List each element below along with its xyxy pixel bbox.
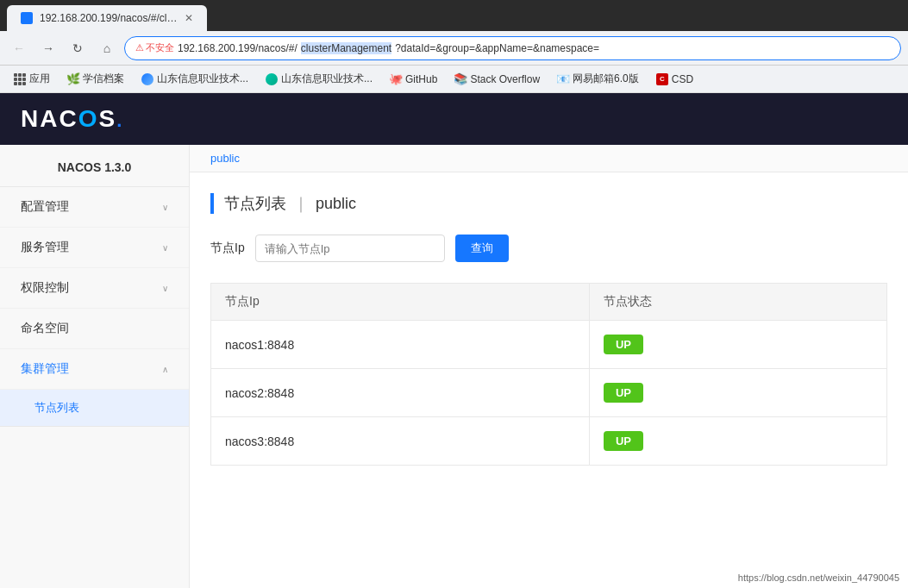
bookmark-xuexin[interactable]: 🌿 学信档案	[60, 70, 131, 88]
nacos-app: NACOS. NACOS 1.3.0 配置管理 ∨ 服务管理 ∨ 权限控制 ∨ …	[0, 93, 908, 588]
cell-ip: nacos2:8848	[211, 369, 590, 417]
breadcrumb-public[interactable]: public	[210, 152, 240, 165]
tab-favicon	[21, 12, 33, 24]
sidebar-item-auth[interactable]: 权限控制 ∨	[0, 268, 189, 309]
chevron-down-icon3: ∨	[162, 284, 168, 293]
bookmark-github[interactable]: 🐙 GitHub	[383, 72, 444, 87]
tab-title: 192.168.200.199/nacos/#/clusterManagemen…	[40, 12, 178, 24]
page-title: 节点列表	[224, 193, 286, 214]
forward-button[interactable]: →	[36, 36, 60, 60]
logo-period: .	[116, 109, 123, 131]
active-tab[interactable]: 192.168.200.199/nacos/#/clusterManagemen…	[7, 5, 207, 31]
table-row: nacos1:8848 UP	[211, 321, 887, 369]
bookmark-netease[interactable]: 📧 网易邮箱6.0版	[550, 70, 646, 88]
status-badge: UP	[604, 335, 643, 354]
col-header-status: 节点状态	[589, 284, 886, 321]
csdn-icon: C	[656, 73, 668, 85]
nacos-main: public 节点列表 ｜ public 节点Ip 查询	[190, 145, 908, 588]
address-url-suffix: ?dataId=&group=&appName=&namespace=	[395, 42, 599, 54]
sidebar-auth-label: 权限控制	[21, 280, 69, 296]
sidebar-namespace-label: 命名空间	[21, 321, 69, 336]
page-title-bar: 节点列表 ｜ public	[210, 193, 887, 214]
shandong2-icon	[266, 73, 278, 85]
home-button[interactable]: ⌂	[95, 36, 119, 60]
logo-dot: O	[78, 105, 99, 132]
reload-button[interactable]: ↻	[66, 36, 90, 60]
nacos-header: NACOS.	[0, 93, 908, 145]
shandong1-icon	[141, 73, 153, 85]
bookmark-csdn[interactable]: C CSD	[649, 72, 700, 87]
browser-chrome: 192.168.200.199/nacos/#/clusterManagemen…	[0, 0, 908, 93]
bookmark-shandong2[interactable]: 山东信息职业技术...	[259, 70, 379, 88]
sidebar-version: NACOS 1.3.0	[0, 145, 189, 187]
sidebar-item-cluster[interactable]: 集群管理 ∧	[0, 349, 189, 390]
chevron-down-icon2: ∨	[162, 243, 168, 253]
search-bar: 节点Ip 查询	[210, 235, 887, 262]
tab-close-btn[interactable]: ✕	[185, 12, 193, 24]
apps-icon	[14, 73, 26, 85]
sidebar-submenu-nodelist[interactable]: 节点列表	[0, 390, 189, 427]
sidebar-cluster-label: 集群管理	[21, 361, 69, 377]
nacos-body: NACOS 1.3.0 配置管理 ∨ 服务管理 ∨ 权限控制 ∨ 命名空间 集群…	[0, 145, 908, 588]
data-table: 节点Ip 节点状态 nacos1:8848 UP nacos2:8848 UP …	[210, 283, 887, 466]
stackoverflow-label: Stack Overflow	[470, 73, 540, 85]
status-badge: UP	[604, 383, 643, 403]
cell-ip: nacos3:8848	[211, 417, 590, 466]
bookmark-stackoverflow[interactable]: 📚 Stack Overflow	[448, 72, 547, 87]
content-area: 节点列表 ｜ public 节点Ip 查询 节点Ip 节点状态	[190, 172, 908, 588]
search-button[interactable]: 查询	[455, 235, 509, 262]
address-bar[interactable]: ⚠ 不安全 192.168.200.199/nacos/#/ clusterMa…	[124, 36, 901, 60]
github-icon: 🐙	[390, 73, 402, 85]
breadcrumb-bar: public	[190, 145, 908, 172]
sidebar-config-label: 配置管理	[21, 199, 69, 215]
cell-status: UP	[589, 417, 886, 466]
chevron-up-icon: ∧	[162, 365, 168, 374]
search-label: 节点Ip	[210, 241, 245, 256]
address-url-prefix: 192.168.200.199/nacos/#/	[178, 42, 297, 54]
bottom-hint: https://blog.csdn.net/weixin_44790045	[738, 572, 899, 583]
bookmarks-bar: NACOS. 应用 🌿 学信档案 山东信息职业技术... 山东信息职业技术...…	[0, 66, 908, 93]
status-badge: UP	[604, 431, 643, 451]
bookmark-apps[interactable]: NACOS. 应用	[7, 70, 57, 88]
sidebar-service-label: 服务管理	[21, 240, 69, 255]
nacos-sidebar: NACOS 1.3.0 配置管理 ∨ 服务管理 ∨ 权限控制 ∨ 命名空间 集群…	[0, 145, 190, 588]
page-title-sep: ｜	[293, 193, 309, 214]
cell-status: UP	[589, 369, 886, 417]
insecure-indicator: ⚠ 不安全	[135, 41, 174, 54]
table-row: nacos3:8848 UP	[211, 417, 887, 466]
leaf-icon: 🌿	[67, 73, 79, 85]
sidebar-item-config[interactable]: 配置管理 ∨	[0, 187, 189, 228]
search-input[interactable]	[255, 235, 445, 262]
stackoverflow-icon: 📚	[454, 73, 467, 85]
back-button[interactable]: ←	[7, 36, 31, 60]
cell-status: UP	[589, 321, 886, 369]
col-header-ip: 节点Ip	[211, 284, 590, 321]
table-row: nacos2:8848 UP	[211, 369, 887, 417]
nacos-logo: NACOS.	[21, 105, 123, 133]
sidebar-item-namespace[interactable]: 命名空间	[0, 309, 189, 349]
browser-toolbar: ← → ↻ ⌂ ⚠ 不安全 192.168.200.199/nacos/#/ c…	[0, 31, 908, 66]
browser-tabs: 192.168.200.199/nacos/#/clusterManagemen…	[0, 0, 908, 31]
page-title-sub: public	[316, 195, 356, 213]
bookmark-shandong1[interactable]: 山东信息职业技术...	[135, 70, 255, 88]
chevron-down-icon: ∨	[162, 203, 168, 212]
netease-icon: 📧	[557, 73, 569, 85]
sidebar-submenu-cluster: 节点列表	[0, 390, 189, 427]
warning-icon: ⚠	[135, 42, 144, 53]
cell-ip: nacos1:8848	[211, 321, 590, 369]
sidebar-item-service[interactable]: 服务管理 ∨	[0, 228, 189, 268]
address-url-highlight: clusterManagement	[301, 42, 391, 54]
